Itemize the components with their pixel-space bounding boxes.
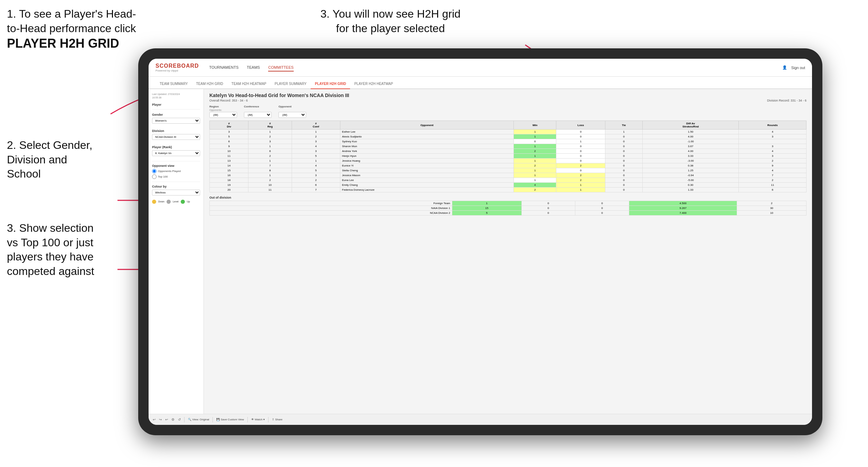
cell-reg: 1 xyxy=(248,144,292,149)
toolbar-divider xyxy=(184,417,185,422)
cell-loss: 0 xyxy=(556,134,605,139)
instruction-step3-right: 3. You will now see H2H gridfor the play… xyxy=(304,7,477,36)
filter-conf-select[interactable]: (All) xyxy=(244,112,272,118)
undo-icon[interactable]: ↩ xyxy=(153,418,155,421)
filter-conf-label: Conference xyxy=(244,105,272,108)
cell-div: 13 xyxy=(210,159,248,163)
filter-opponent: Opponent (All) xyxy=(279,105,306,118)
cell-win: 1 xyxy=(514,154,556,159)
cell-diff: 1.25 xyxy=(642,168,739,173)
col-win: Win xyxy=(514,121,556,130)
cell-diff: 1.50 xyxy=(642,130,739,134)
nav-tournaments[interactable]: TOURNAMENTS xyxy=(209,64,239,72)
cell-rounds: 2 xyxy=(739,159,806,163)
main-nav: TOURNAMENTS TEAMS COMMITTEES xyxy=(209,64,782,72)
cell-tie: 0 xyxy=(605,188,642,192)
cell-loss: 2 xyxy=(556,173,605,178)
cell-loss: 0 xyxy=(556,130,605,134)
table-row: 16 1 3 Jessica Mason 1 2 0 -0.94 7 xyxy=(210,173,806,178)
undo2-icon[interactable]: ↩ xyxy=(165,418,168,421)
player-rank-label: Player (Rank) xyxy=(152,145,200,149)
view-original-btn[interactable]: 🔍 View: Original xyxy=(188,418,209,421)
cell-win: 1 xyxy=(514,178,556,183)
cell-win: 1 xyxy=(514,130,556,134)
legend-down-label: Down xyxy=(158,200,164,203)
nav-committees[interactable]: COMMITTEES xyxy=(268,64,293,72)
cell-div: 18 xyxy=(210,178,248,183)
sub-nav: TEAM SUMMARY TEAM H2H GRID TEAM H2H HEAT… xyxy=(149,77,812,89)
table-row: 3 1 1 Esther Lee 1 0 1 1.50 4 xyxy=(210,130,806,134)
cell-diff: -5.00 xyxy=(642,178,739,183)
cell-rounds: 11 xyxy=(739,183,806,188)
sub-nav-team-h2h-heatmap[interactable]: TEAM H2H HEATMAP xyxy=(227,79,271,89)
cell-tie: 0 xyxy=(605,163,642,168)
cell-div: 20 xyxy=(210,188,248,192)
cell-conf: 5 xyxy=(292,168,340,173)
main-content: Last Updated: 27/03/2024 16:55:38 Player… xyxy=(149,89,812,414)
cell-tie: 0 xyxy=(605,178,642,183)
cell-rounds: 7 xyxy=(739,173,806,178)
cell-win: 2 xyxy=(514,163,556,168)
sign-out-link[interactable]: Sign out xyxy=(791,66,805,70)
legend-down-dot xyxy=(152,200,156,204)
cell-diff: 3.33 xyxy=(642,154,739,159)
redo-icon[interactable]: ↪ xyxy=(159,418,162,421)
nav-teams[interactable]: TEAMS xyxy=(247,64,260,72)
out-diff: 7.400 xyxy=(629,211,737,216)
cell-loss: 1 xyxy=(556,183,605,188)
out-loss: 0 xyxy=(521,206,575,211)
refresh-icon[interactable]: ↺ xyxy=(178,418,181,421)
cell-win: 1 xyxy=(514,144,556,149)
gender-select[interactable]: Women's Men's xyxy=(152,118,200,124)
table-row: 19 10 6 Emily Chang 4 1 0 0.30 11 xyxy=(210,183,806,188)
cell-loss: 0 xyxy=(556,149,605,154)
cell-reg: 1 xyxy=(248,173,292,178)
out-win: 1 xyxy=(452,201,522,206)
sub-nav-player-h2h-grid[interactable]: PLAYER H2H GRID xyxy=(311,79,350,89)
cell-rounds: 3 xyxy=(739,134,806,139)
sub-nav-player-summary[interactable]: PLAYER SUMMARY xyxy=(271,79,311,89)
sub-nav-team-summary[interactable]: TEAM SUMMARY xyxy=(155,79,192,89)
sub-nav-player-h2h-heatmap[interactable]: PLAYER H2H HEATMAP xyxy=(350,79,397,89)
toolbar-divider3 xyxy=(247,417,248,422)
cell-conf: 7 xyxy=(292,188,340,192)
cell-tie: 0 xyxy=(605,154,642,159)
radio-top100[interactable]: Top 100 xyxy=(152,174,200,179)
toolbar-divider4 xyxy=(268,417,268,422)
tablet-frame: SCOREBOARD Powered by clippd TOURNAMENTS… xyxy=(138,48,822,435)
filter-region-select[interactable]: (All) xyxy=(209,112,237,118)
col-reg: #Reg xyxy=(248,121,292,130)
save-custom-view-btn[interactable]: 💾 Save Custom View xyxy=(216,418,244,421)
cell-diff: -3.00 xyxy=(642,159,739,163)
overall-record: Overall Record: 353 - 34 - 6 xyxy=(209,99,248,102)
cell-conf: 5 xyxy=(292,154,340,159)
watch-btn[interactable]: 👁 Watch ▾ xyxy=(251,418,265,421)
cell-rounds: 2 xyxy=(739,178,806,183)
filter-opp-select[interactable]: (All) xyxy=(279,112,306,118)
cell-div: 11 xyxy=(210,154,248,159)
cell-opponent: Emily Chang xyxy=(340,183,514,188)
cell-reg: 10 xyxy=(248,183,292,188)
filter-region-label: Region xyxy=(209,105,237,108)
radio-opponents-played[interactable]: Opponents Played xyxy=(152,169,200,173)
colour-select[interactable]: Win/loss xyxy=(152,190,200,196)
cell-div: 15 xyxy=(210,168,248,173)
out-rounds: 30 xyxy=(737,206,806,211)
settings-icon[interactable]: ⚙ xyxy=(171,418,174,421)
filter-conference: Conference (All) xyxy=(244,105,272,118)
cell-conf: 1 xyxy=(292,159,340,163)
share-btn[interactable]: ⇧ Share xyxy=(272,418,283,421)
cell-reg: 2 xyxy=(248,178,292,183)
out-table-row: NCAA Division 2 5 0 0 7.400 10 xyxy=(210,211,806,216)
out-team-name: NCAA Division 2 xyxy=(210,211,452,216)
cell-tie: 0 xyxy=(605,134,642,139)
out-rounds: 2 xyxy=(737,201,806,206)
sub-nav-team-h2h-grid[interactable]: TEAM H2H GRID xyxy=(192,79,227,89)
filter-region: Region Opponents: (All) xyxy=(209,105,237,118)
cell-reg: 8 xyxy=(248,168,292,173)
player-rank-select[interactable]: 8. Katelyn Vo xyxy=(152,150,200,156)
out-table-row: Foreign Team 1 0 0 4.500 2 xyxy=(210,201,806,206)
cell-reg: 11 xyxy=(248,188,292,192)
cell-loss: 1 xyxy=(556,188,605,192)
division-select[interactable]: NCAA Division III NCAA Division I NCAA D… xyxy=(152,134,200,140)
